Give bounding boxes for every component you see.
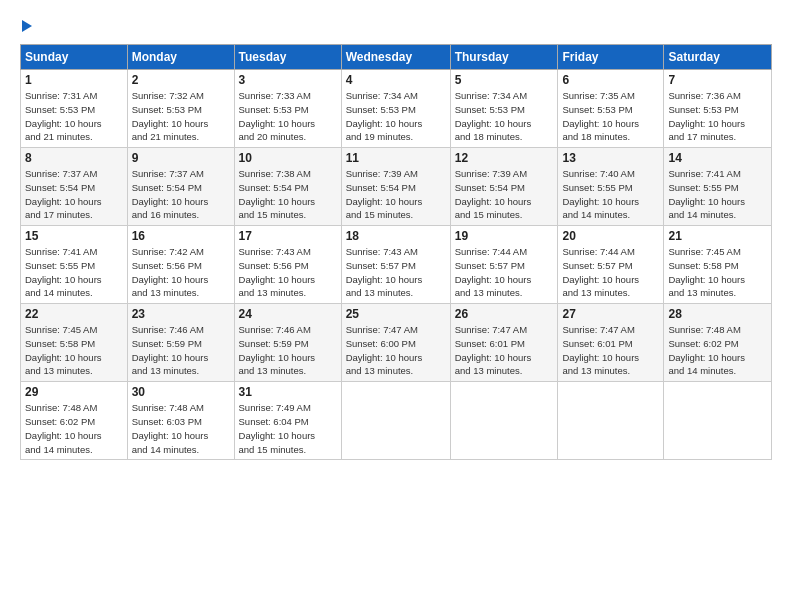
day-info: Sunrise: 7:47 AM Sunset: 6:01 PM Dayligh… xyxy=(455,323,554,378)
day-info: Sunrise: 7:36 AM Sunset: 5:53 PM Dayligh… xyxy=(668,89,767,144)
day-info: Sunrise: 7:45 AM Sunset: 5:58 PM Dayligh… xyxy=(668,245,767,300)
day-info: Sunrise: 7:38 AM Sunset: 5:54 PM Dayligh… xyxy=(239,167,337,222)
day-number: 9 xyxy=(132,151,230,165)
calendar-cell: 6Sunrise: 7:35 AM Sunset: 5:53 PM Daylig… xyxy=(558,70,664,148)
calendar-cell: 28Sunrise: 7:48 AM Sunset: 6:02 PM Dayli… xyxy=(664,304,772,382)
calendar-cell xyxy=(664,382,772,460)
day-number: 26 xyxy=(455,307,554,321)
day-info: Sunrise: 7:47 AM Sunset: 6:00 PM Dayligh… xyxy=(346,323,446,378)
day-info: Sunrise: 7:44 AM Sunset: 5:57 PM Dayligh… xyxy=(455,245,554,300)
calendar-cell xyxy=(341,382,450,460)
calendar-cell: 17Sunrise: 7:43 AM Sunset: 5:56 PM Dayli… xyxy=(234,226,341,304)
day-number: 22 xyxy=(25,307,123,321)
calendar-cell: 3Sunrise: 7:33 AM Sunset: 5:53 PM Daylig… xyxy=(234,70,341,148)
calendar-header-sunday: Sunday xyxy=(21,45,128,70)
day-info: Sunrise: 7:37 AM Sunset: 5:54 PM Dayligh… xyxy=(25,167,123,222)
day-number: 13 xyxy=(562,151,659,165)
day-info: Sunrise: 7:34 AM Sunset: 5:53 PM Dayligh… xyxy=(455,89,554,144)
calendar-cell xyxy=(558,382,664,460)
calendar-cell: 24Sunrise: 7:46 AM Sunset: 5:59 PM Dayli… xyxy=(234,304,341,382)
day-number: 4 xyxy=(346,73,446,87)
calendar-cell: 27Sunrise: 7:47 AM Sunset: 6:01 PM Dayli… xyxy=(558,304,664,382)
day-number: 19 xyxy=(455,229,554,243)
calendar-cell: 31Sunrise: 7:49 AM Sunset: 6:04 PM Dayli… xyxy=(234,382,341,460)
day-info: Sunrise: 7:45 AM Sunset: 5:58 PM Dayligh… xyxy=(25,323,123,378)
day-info: Sunrise: 7:39 AM Sunset: 5:54 PM Dayligh… xyxy=(455,167,554,222)
day-number: 28 xyxy=(668,307,767,321)
day-info: Sunrise: 7:40 AM Sunset: 5:55 PM Dayligh… xyxy=(562,167,659,222)
calendar-cell: 7Sunrise: 7:36 AM Sunset: 5:53 PM Daylig… xyxy=(664,70,772,148)
day-info: Sunrise: 7:47 AM Sunset: 6:01 PM Dayligh… xyxy=(562,323,659,378)
day-number: 31 xyxy=(239,385,337,399)
calendar-cell: 26Sunrise: 7:47 AM Sunset: 6:01 PM Dayli… xyxy=(450,304,558,382)
calendar-week-row: 15Sunrise: 7:41 AM Sunset: 5:55 PM Dayli… xyxy=(21,226,772,304)
day-number: 24 xyxy=(239,307,337,321)
calendar-cell: 16Sunrise: 7:42 AM Sunset: 5:56 PM Dayli… xyxy=(127,226,234,304)
day-number: 14 xyxy=(668,151,767,165)
day-number: 18 xyxy=(346,229,446,243)
day-info: Sunrise: 7:48 AM Sunset: 6:02 PM Dayligh… xyxy=(668,323,767,378)
calendar-header-monday: Monday xyxy=(127,45,234,70)
day-number: 16 xyxy=(132,229,230,243)
calendar-cell: 10Sunrise: 7:38 AM Sunset: 5:54 PM Dayli… xyxy=(234,148,341,226)
calendar-cell: 21Sunrise: 7:45 AM Sunset: 5:58 PM Dayli… xyxy=(664,226,772,304)
calendar-cell: 22Sunrise: 7:45 AM Sunset: 5:58 PM Dayli… xyxy=(21,304,128,382)
calendar-cell: 30Sunrise: 7:48 AM Sunset: 6:03 PM Dayli… xyxy=(127,382,234,460)
day-info: Sunrise: 7:33 AM Sunset: 5:53 PM Dayligh… xyxy=(239,89,337,144)
calendar-cell: 15Sunrise: 7:41 AM Sunset: 5:55 PM Dayli… xyxy=(21,226,128,304)
calendar-cell: 23Sunrise: 7:46 AM Sunset: 5:59 PM Dayli… xyxy=(127,304,234,382)
day-info: Sunrise: 7:48 AM Sunset: 6:02 PM Dayligh… xyxy=(25,401,123,456)
calendar-header-thursday: Thursday xyxy=(450,45,558,70)
calendar-cell: 9Sunrise: 7:37 AM Sunset: 5:54 PM Daylig… xyxy=(127,148,234,226)
calendar-header-row: SundayMondayTuesdayWednesdayThursdayFrid… xyxy=(21,45,772,70)
day-info: Sunrise: 7:48 AM Sunset: 6:03 PM Dayligh… xyxy=(132,401,230,456)
day-number: 2 xyxy=(132,73,230,87)
calendar-week-row: 29Sunrise: 7:48 AM Sunset: 6:02 PM Dayli… xyxy=(21,382,772,460)
day-info: Sunrise: 7:43 AM Sunset: 5:56 PM Dayligh… xyxy=(239,245,337,300)
day-number: 11 xyxy=(346,151,446,165)
day-info: Sunrise: 7:43 AM Sunset: 5:57 PM Dayligh… xyxy=(346,245,446,300)
calendar-week-row: 1Sunrise: 7:31 AM Sunset: 5:53 PM Daylig… xyxy=(21,70,772,148)
calendar-week-row: 22Sunrise: 7:45 AM Sunset: 5:58 PM Dayli… xyxy=(21,304,772,382)
calendar-cell: 19Sunrise: 7:44 AM Sunset: 5:57 PM Dayli… xyxy=(450,226,558,304)
header xyxy=(20,18,772,32)
day-number: 10 xyxy=(239,151,337,165)
day-number: 20 xyxy=(562,229,659,243)
day-number: 25 xyxy=(346,307,446,321)
calendar-cell: 2Sunrise: 7:32 AM Sunset: 5:53 PM Daylig… xyxy=(127,70,234,148)
calendar-cell: 14Sunrise: 7:41 AM Sunset: 5:55 PM Dayli… xyxy=(664,148,772,226)
calendar-cell: 25Sunrise: 7:47 AM Sunset: 6:00 PM Dayli… xyxy=(341,304,450,382)
calendar-cell: 4Sunrise: 7:34 AM Sunset: 5:53 PM Daylig… xyxy=(341,70,450,148)
calendar-cell: 29Sunrise: 7:48 AM Sunset: 6:02 PM Dayli… xyxy=(21,382,128,460)
day-number: 30 xyxy=(132,385,230,399)
calendar-cell: 20Sunrise: 7:44 AM Sunset: 5:57 PM Dayli… xyxy=(558,226,664,304)
day-number: 29 xyxy=(25,385,123,399)
day-number: 21 xyxy=(668,229,767,243)
day-number: 7 xyxy=(668,73,767,87)
calendar-table: SundayMondayTuesdayWednesdayThursdayFrid… xyxy=(20,44,772,460)
day-info: Sunrise: 7:46 AM Sunset: 5:59 PM Dayligh… xyxy=(132,323,230,378)
logo xyxy=(20,18,32,32)
calendar-header-wednesday: Wednesday xyxy=(341,45,450,70)
day-info: Sunrise: 7:32 AM Sunset: 5:53 PM Dayligh… xyxy=(132,89,230,144)
calendar-week-row: 8Sunrise: 7:37 AM Sunset: 5:54 PM Daylig… xyxy=(21,148,772,226)
day-info: Sunrise: 7:41 AM Sunset: 5:55 PM Dayligh… xyxy=(25,245,123,300)
day-info: Sunrise: 7:44 AM Sunset: 5:57 PM Dayligh… xyxy=(562,245,659,300)
day-number: 12 xyxy=(455,151,554,165)
calendar-header-tuesday: Tuesday xyxy=(234,45,341,70)
day-info: Sunrise: 7:41 AM Sunset: 5:55 PM Dayligh… xyxy=(668,167,767,222)
day-info: Sunrise: 7:31 AM Sunset: 5:53 PM Dayligh… xyxy=(25,89,123,144)
day-info: Sunrise: 7:34 AM Sunset: 5:53 PM Dayligh… xyxy=(346,89,446,144)
calendar-cell: 11Sunrise: 7:39 AM Sunset: 5:54 PM Dayli… xyxy=(341,148,450,226)
day-number: 15 xyxy=(25,229,123,243)
day-number: 6 xyxy=(562,73,659,87)
day-info: Sunrise: 7:37 AM Sunset: 5:54 PM Dayligh… xyxy=(132,167,230,222)
day-number: 23 xyxy=(132,307,230,321)
calendar-cell: 12Sunrise: 7:39 AM Sunset: 5:54 PM Dayli… xyxy=(450,148,558,226)
calendar-cell: 5Sunrise: 7:34 AM Sunset: 5:53 PM Daylig… xyxy=(450,70,558,148)
day-number: 17 xyxy=(239,229,337,243)
day-number: 8 xyxy=(25,151,123,165)
day-info: Sunrise: 7:39 AM Sunset: 5:54 PM Dayligh… xyxy=(346,167,446,222)
day-number: 27 xyxy=(562,307,659,321)
day-info: Sunrise: 7:46 AM Sunset: 5:59 PM Dayligh… xyxy=(239,323,337,378)
